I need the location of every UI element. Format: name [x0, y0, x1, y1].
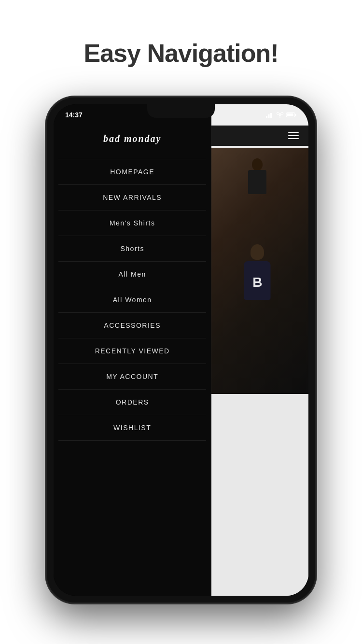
status-bar: 14:37	[54, 104, 308, 126]
nav-item-homepage[interactable]: HOMEPAGE	[58, 159, 206, 185]
figure2-head	[252, 158, 263, 171]
content-panel: B	[207, 104, 308, 596]
phone-screen: 14:37	[54, 104, 308, 596]
status-time: 14:37	[65, 111, 83, 119]
svg-rect-2	[270, 113, 272, 118]
brand-logo: bad monday	[54, 133, 211, 144]
figure2-body	[248, 170, 266, 194]
hamburger-line-2	[288, 135, 299, 136]
nav-item-accessories[interactable]: ACCESSORIES	[58, 313, 206, 338]
nav-item-all-men[interactable]: All Men	[58, 262, 206, 287]
battery-icon	[286, 112, 297, 118]
wifi-icon	[276, 112, 284, 118]
nav-item-recently-viewed[interactable]: RECENTLY VIEWED	[58, 338, 206, 364]
figure-body: B	[244, 261, 271, 300]
nav-item-orders[interactable]: ORDERS	[58, 390, 206, 415]
svg-rect-6	[287, 113, 293, 116]
nav-item-shorts[interactable]: Shorts	[58, 236, 206, 262]
hamburger-line-3	[288, 138, 299, 139]
page-title: Easy Navigation!	[84, 39, 278, 68]
nav-item-new-arrivals[interactable]: NEW ARRIVALS	[58, 185, 206, 210]
hamburger-line-1	[288, 132, 299, 133]
hamburger-area	[207, 126, 308, 146]
svg-rect-1	[268, 114, 270, 118]
product-figure-hoodie: B	[238, 242, 277, 300]
nav-item-mens-shirts[interactable]: Men's Shirts	[58, 210, 206, 236]
signal-icon	[266, 112, 274, 118]
figure-head	[251, 244, 264, 260]
svg-rect-0	[266, 116, 267, 118]
nav-item-my-account[interactable]: MY ACCOUNT	[58, 364, 206, 390]
nav-item-wishlist[interactable]: WISHLIST	[58, 415, 206, 441]
svg-rect-5	[295, 114, 296, 116]
hoodie-letter: B	[252, 275, 262, 290]
status-icons	[266, 112, 297, 118]
product-area: B	[207, 148, 308, 596]
phone-frame: 14:37	[46, 97, 316, 603]
navigation-menu: HOMEPAGE NEW ARRIVALS Men's Shirts Short…	[54, 159, 211, 441]
svg-point-3	[279, 116, 280, 117]
nav-item-all-women[interactable]: All Women	[58, 287, 206, 313]
phone-mockup: 14:37	[46, 97, 316, 603]
product-figure-2	[243, 158, 272, 202]
hamburger-button[interactable]	[288, 132, 299, 139]
menu-panel: bad monday HOMEPAGE NEW ARRIVALS Men's S…	[54, 104, 211, 596]
